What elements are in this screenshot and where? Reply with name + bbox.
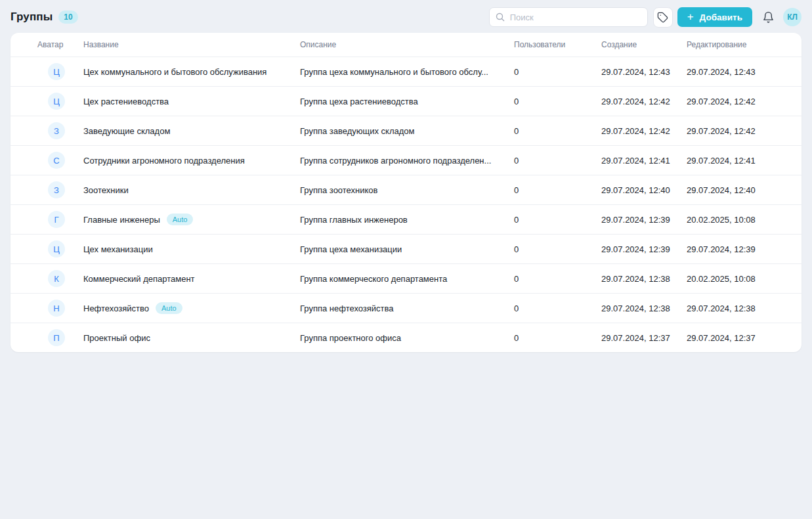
group-users-count: 0 xyxy=(514,215,601,225)
group-description: Группа коммерческого департамента xyxy=(300,274,514,284)
group-description: Группа зоотехников xyxy=(300,185,514,195)
groups-table: Аватар Название Описание Пользователи Со… xyxy=(11,33,801,352)
group-users-count: 0 xyxy=(514,304,601,313)
group-edited-at: 20.02.2025, 10:08 xyxy=(687,215,801,225)
group-description: Группа проектного офиса xyxy=(300,333,514,343)
group-created-at: 29.07.2024, 12:43 xyxy=(601,67,687,77)
search-icon xyxy=(495,12,505,22)
table-header-row: Аватар Название Описание Пользователи Со… xyxy=(11,33,801,56)
tags-button[interactable] xyxy=(653,7,673,28)
bell-icon xyxy=(762,11,775,24)
group-created-at: 29.07.2024, 12:41 xyxy=(601,156,687,166)
auto-badge: Auto xyxy=(156,302,182,314)
table-row[interactable]: К Коммерческий департамент Группа коммер… xyxy=(11,263,801,293)
column-header-name: Название xyxy=(83,40,300,49)
topbar-actions: + Добавить КЛ xyxy=(489,7,801,28)
group-name: Цех коммунального и бытового обслуживани… xyxy=(83,67,267,77)
group-edited-at: 20.02.2025, 10:08 xyxy=(687,274,801,284)
group-created-at: 29.07.2024, 12:42 xyxy=(601,126,687,136)
group-edited-at: 29.07.2024, 12:38 xyxy=(687,304,801,313)
tag-icon xyxy=(657,12,668,23)
topbar: Группы 10 + Добавить КЛ xyxy=(0,0,812,33)
group-edited-at: 29.07.2024, 12:37 xyxy=(687,333,801,343)
search-input[interactable] xyxy=(489,7,648,27)
group-name: Главные инженеры xyxy=(83,215,160,225)
table-row[interactable]: Ц Цех растениеводства Группа цеха растен… xyxy=(11,86,801,116)
group-name: Сотрудники агрономного подразделения xyxy=(83,156,245,166)
group-name: Цех растениеводства xyxy=(83,97,169,106)
search-field-wrap xyxy=(489,7,648,27)
column-header-users: Пользователи xyxy=(514,40,601,49)
group-avatar: П xyxy=(48,329,65,346)
group-description: Группа нефтехозяйства xyxy=(300,304,514,313)
group-avatar: Н xyxy=(48,300,65,317)
group-description: Группа цеха коммунального и бытового обс… xyxy=(300,67,514,77)
add-button[interactable]: + Добавить xyxy=(677,7,752,27)
group-users-count: 0 xyxy=(514,244,601,254)
group-edited-at: 29.07.2024, 12:42 xyxy=(687,97,801,106)
page-title: Группы xyxy=(11,11,53,24)
auto-badge: Auto xyxy=(167,214,194,225)
group-name: Нефтехозяйство xyxy=(83,304,149,313)
group-avatar: З xyxy=(48,181,65,198)
group-created-at: 29.07.2024, 12:40 xyxy=(601,185,687,195)
group-users-count: 0 xyxy=(514,97,601,106)
group-created-at: 29.07.2024, 12:39 xyxy=(601,215,687,225)
column-header-avatar: Аватар xyxy=(11,40,83,49)
group-created-at: 29.07.2024, 12:42 xyxy=(601,97,687,106)
groups-count-badge: 10 xyxy=(58,11,77,24)
group-description: Группа цеха механизации xyxy=(300,244,514,254)
group-users-count: 0 xyxy=(514,126,601,136)
column-header-description: Описание xyxy=(300,40,514,49)
table-row[interactable]: З Зоотехники Группа зоотехников 0 29.07.… xyxy=(11,175,801,204)
group-edited-at: 29.07.2024, 12:39 xyxy=(687,244,801,254)
table-row[interactable]: Г Главные инженеры Auto Группа главных и… xyxy=(11,204,801,234)
table-row[interactable]: П Проектный офис Группа проектного офиса… xyxy=(11,323,801,352)
group-users-count: 0 xyxy=(514,67,601,77)
add-button-label: Добавить xyxy=(700,12,742,22)
group-avatar: З xyxy=(48,122,65,139)
group-edited-at: 29.07.2024, 12:41 xyxy=(687,156,801,166)
group-users-count: 0 xyxy=(514,274,601,284)
group-created-at: 29.07.2024, 12:39 xyxy=(601,244,687,254)
table-row[interactable]: З Заведующие складом Группа заведующих с… xyxy=(11,116,801,145)
group-name: Проектный офис xyxy=(83,333,150,343)
group-description: Группа сотрудников агрономного подраздел… xyxy=(300,156,514,166)
group-name: Коммерческий департамент xyxy=(83,274,195,284)
table-row[interactable]: Н Нефтехозяйство Auto Группа нефтехозяйс… xyxy=(11,293,801,323)
group-users-count: 0 xyxy=(514,156,601,166)
notifications-button[interactable] xyxy=(759,8,777,26)
group-description: Группа главных инженеров xyxy=(300,215,514,225)
group-created-at: 29.07.2024, 12:37 xyxy=(601,333,687,343)
table-row[interactable]: Ц Цех механизации Группа цеха механизаци… xyxy=(11,234,801,263)
group-avatar: С xyxy=(48,152,65,169)
group-users-count: 0 xyxy=(514,333,601,343)
table-row[interactable]: С Сотрудники агрономного подразделения Г… xyxy=(11,145,801,175)
group-description: Группа заведующих складом xyxy=(300,126,514,136)
group-avatar: Ц xyxy=(48,63,65,80)
column-header-created: Создание xyxy=(601,40,687,49)
group-name: Цех механизации xyxy=(83,244,153,254)
group-created-at: 29.07.2024, 12:38 xyxy=(601,274,687,284)
group-users-count: 0 xyxy=(514,185,601,195)
plus-icon: + xyxy=(687,11,694,22)
group-avatar: Г xyxy=(48,211,65,228)
group-name: Зоотехники xyxy=(83,185,129,195)
group-edited-at: 29.07.2024, 12:40 xyxy=(687,185,801,195)
group-avatar: К xyxy=(48,270,65,287)
user-avatar[interactable]: КЛ xyxy=(783,8,801,26)
group-edited-at: 29.07.2024, 12:42 xyxy=(687,126,801,136)
group-avatar: Ц xyxy=(48,93,65,110)
group-description: Группа цеха растениеводства xyxy=(300,97,514,106)
table-row[interactable]: Ц Цех коммунального и бытового обслужива… xyxy=(11,56,801,86)
group-avatar: Ц xyxy=(48,240,65,258)
column-header-edited: Редактирование xyxy=(687,40,801,49)
group-name: Заведующие складом xyxy=(83,126,170,136)
table-body: Ц Цех коммунального и бытового обслужива… xyxy=(11,56,801,352)
group-created-at: 29.07.2024, 12:38 xyxy=(601,304,687,313)
group-edited-at: 29.07.2024, 12:43 xyxy=(687,67,801,77)
